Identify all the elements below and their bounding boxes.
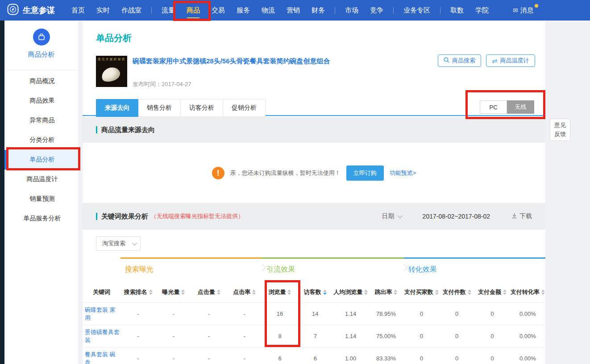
col-visitors[interactable]: 访客数 [298, 288, 333, 296]
brand-name: 生意参谋 [23, 5, 55, 16]
download-icon [511, 213, 517, 220]
sidebar-header: 商品分析 [4, 21, 78, 70]
tab-source-destination[interactable]: 来源去向 [96, 99, 138, 117]
sort-icon [149, 290, 153, 295]
nav-data[interactable]: 取数 [445, 0, 470, 21]
bowl-shape [100, 65, 122, 84]
cell: 0 [439, 333, 474, 339]
nav-bizzone[interactable]: 业务专区 [398, 0, 436, 21]
cell: - [120, 333, 156, 339]
col-pageviews[interactable]: 浏览量 [262, 288, 297, 296]
compass-logo-icon [7, 4, 19, 17]
table-row: 餐具套装 碗盘 - - - - 6 6 1.00 83.33% 0 0 0 0.… [83, 347, 545, 364]
feedback-button[interactable]: 意见 反馈 [550, 119, 570, 141]
cell: 6 [262, 355, 297, 362]
sidebar-title: 商品分析 [4, 50, 78, 59]
notification-badge [535, 4, 538, 8]
cell: 0 [404, 355, 439, 362]
cell: - [227, 333, 262, 339]
nav-warroom[interactable]: 作战室 [116, 0, 147, 21]
chevron-down-icon [132, 240, 137, 245]
sidebar-item-sales-forecast[interactable]: 销量预测 [4, 189, 78, 209]
col-paid-items[interactable]: 支付件数 [439, 288, 474, 296]
top-nav: 生意参谋 首页 实时 作战室 流量 商品 交易 服务 物流 营销 财务 市场 竞… [0, 0, 590, 21]
toggle-pc[interactable]: PC [480, 100, 507, 114]
nav-divider [151, 7, 152, 14]
keyword-link[interactable]: 餐具套装 碗盘 [83, 351, 120, 364]
keyword-table: 搜索曝光 引流效果 转化效果 关键词 搜索排名 曝光量 点击量 点击率 浏览量 … [83, 257, 545, 364]
cell: 75.00% [368, 333, 403, 339]
keyword-link[interactable]: 碗碟套装 家用 [83, 306, 120, 322]
search-channel-select[interactable]: 淘宝搜索 [96, 236, 141, 251]
col-ctr[interactable]: 点击率 [227, 288, 262, 296]
order-now-button[interactable]: 立即订购 [346, 165, 384, 181]
cell: 0 [439, 355, 474, 362]
cell: 83.33% [368, 355, 403, 362]
thumbnail-caption: 透光才是好骨瓷 [97, 57, 126, 62]
col-clicks[interactable]: 点击量 [191, 288, 227, 296]
table-header-row: 关键词 搜索排名 曝光量 点击量 点击率 浏览量 访客数 人均浏览量 跳出率 支… [83, 282, 545, 302]
brand[interactable]: 生意参谋 [0, 4, 66, 17]
nav-logistics[interactable]: 物流 [256, 0, 281, 21]
sidebar-item-category-analysis[interactable]: 分类分析 [4, 130, 78, 150]
message-label: 消息 [520, 6, 534, 15]
col-conversion-rate[interactable]: 支付转化率 [510, 288, 545, 296]
toggle-wireless[interactable]: 无线 [507, 100, 534, 114]
tab-visitor-analysis[interactable]: 访客分析 [181, 99, 223, 117]
main-content: 单品分析 透光才是好骨瓷 碗碟套装家用中式景德镇28头/56头骨瓷餐具套装简约碗… [83, 21, 545, 364]
nav-marketing[interactable]: 营销 [281, 0, 306, 21]
nav-traffic[interactable]: 流量 [156, 0, 181, 21]
nav-message[interactable]: ✉ 消息 [507, 0, 540, 21]
sidebar-item-single-item-analysis[interactable]: 单品分析 [4, 150, 78, 170]
sidebar-item-abnormal-goods[interactable]: 异常商品 [4, 111, 78, 130]
nav-trade[interactable]: 交易 [206, 0, 231, 21]
sort-icon-active [323, 290, 327, 295]
cell: 0 [474, 355, 510, 362]
col-exposure[interactable]: 曝光量 [156, 288, 191, 296]
nav-compete[interactable]: 竞争 [364, 0, 389, 21]
cell: - [120, 355, 156, 362]
sort-icon [252, 290, 256, 295]
product-thermometer-button[interactable]: ⇌ 商品温度计 [486, 54, 535, 67]
flow-section-title: 商品流量来源去向 [96, 126, 155, 134]
cell: 8 [262, 333, 297, 339]
col-paid-amount[interactable]: 支付金额 [474, 288, 510, 296]
cell: - [191, 310, 227, 317]
nav-goods[interactable]: 商品 [181, 0, 206, 21]
feature-preview-link[interactable]: 功能预览> [390, 169, 416, 177]
nav-divider [393, 7, 394, 14]
cell: - [156, 355, 191, 362]
nav-market[interactable]: 市场 [339, 0, 364, 21]
cell: - [156, 333, 191, 339]
sidebar-item-goods-overview[interactable]: 商品概况 [4, 71, 78, 91]
keyword-link[interactable]: 景德镇餐具套装 [83, 328, 120, 344]
product-search-button[interactable]: 商品搜索 [438, 54, 481, 67]
search-icon [444, 57, 449, 64]
nav-home[interactable]: 首页 [66, 0, 91, 21]
date-dropdown[interactable]: 日期 [382, 212, 401, 220]
tab-sales-analysis[interactable]: 销售分析 [138, 99, 181, 117]
col-bounce-rate[interactable]: 跳出率 [368, 288, 403, 296]
cell: - [156, 310, 191, 317]
envelope-icon: ✉ [513, 7, 518, 14]
sidebar-item-goods-thermometer[interactable]: 商品温度计 [4, 170, 78, 189]
cell: 1.14 [333, 333, 368, 339]
download-button[interactable]: 下载 [511, 212, 532, 220]
nav-realtime[interactable]: 实时 [91, 0, 116, 21]
table-row: 景德镇餐具套装 - - - - 8 7 1.14 75.00% 0 0 0 0.… [83, 325, 545, 347]
tab-promotion-analysis[interactable]: 促销分析 [223, 99, 266, 117]
sidebar-item-single-item-service[interactable]: 单品服务分析 [4, 209, 78, 228]
sort-icon [541, 290, 545, 295]
nav-academy[interactable]: 学院 [470, 0, 494, 21]
sidebar-item-goods-effect[interactable]: 商品效果 [4, 91, 78, 111]
product-title-link[interactable]: 碗碟套装家用中式景德镇28头/56头骨瓷餐具套装简约碗盘创意组合 [133, 57, 418, 66]
col-avg-pageviews[interactable]: 人均浏览量 [333, 288, 368, 296]
sidebar-menu: 商品概况 商品效果 异常商品 分类分析 单品分析 商品温度计 销量预测 单品服务… [4, 70, 78, 228]
cell: 0 [404, 333, 439, 339]
nav-finance[interactable]: 财务 [306, 0, 331, 21]
col-paying-buyers[interactable]: 支付买家数 [404, 288, 439, 296]
keyword-section-title: 关键词效果分析 [96, 212, 148, 221]
col-search-rank[interactable]: 搜索排名 [120, 288, 156, 296]
nav-service[interactable]: 服务 [231, 0, 256, 21]
title-accent-bar [96, 126, 97, 133]
